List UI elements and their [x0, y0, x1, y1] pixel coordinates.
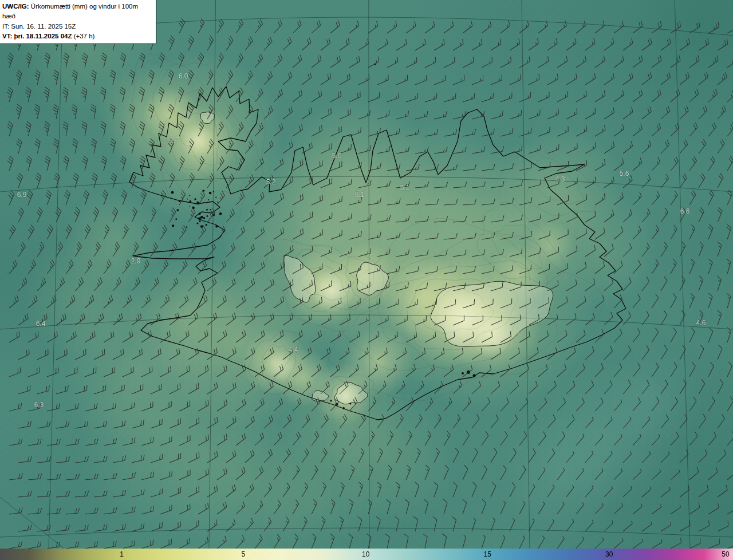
valid-time-line: VT: þri. 18.11.2025 04Z (+37 h)	[2, 31, 152, 41]
product-info-box: UWC/IG: Úrkomumætti (mm) og vindur i 100…	[0, 0, 156, 44]
colorbar-tick-label: 1	[120, 550, 124, 558]
valid-offset: (+37 h)	[72, 33, 94, 40]
product-code: UWC/IG:	[2, 3, 29, 10]
valid-time: VT: þri. 18.11.2025 04Z	[2, 33, 72, 40]
colorbar-tick-label: 50	[722, 550, 729, 558]
product-title-line: UWC/IG: Úrkomumætti (mm) og vindur i 100…	[2, 2, 152, 22]
weather-map-viewport: 6.02.76.95.05.25.15.14.35.66.62.96.44.64…	[0, 0, 733, 560]
colorbar: 1510153050	[0, 549, 733, 560]
colorbar-tick-label: 5	[242, 550, 246, 558]
init-time-line: IT: Sun. 16. 11. 2025 15Z	[2, 22, 152, 31]
colorbar-tick-label: 10	[362, 550, 369, 558]
precipitation-wind-map-canvas	[0, 0, 733, 549]
colorbar-tick-label: 15	[484, 550, 491, 558]
colorbar-tick-label: 30	[605, 550, 613, 558]
